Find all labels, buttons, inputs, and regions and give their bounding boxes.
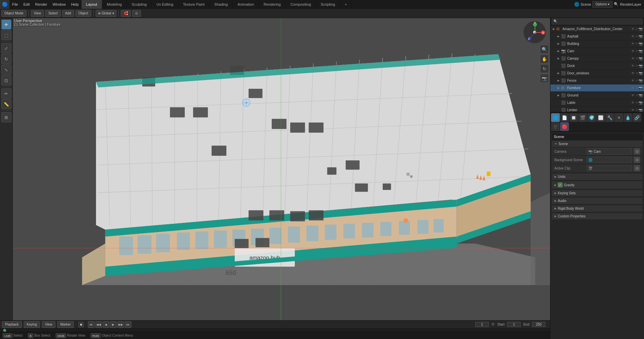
- scene-section-header[interactable]: ▼ Scene: [552, 141, 643, 147]
- tab-texture-paint[interactable]: Texture Paint: [178, 0, 210, 9]
- cursor-tool[interactable]: ✛: [1, 19, 11, 29]
- outliner-item-visibility[interactable]: 👁: [631, 101, 635, 105]
- outliner-item-triangle[interactable]: ▶: [556, 42, 560, 45]
- outliner-item-visibility[interactable]: 👁: [631, 35, 635, 38]
- main-viewport[interactable]: amazon hub 650: [13, 18, 550, 320]
- outliner-item-viewport[interactable]: ↗: [635, 64, 638, 68]
- prev-frame-btn[interactable]: ◀: [103, 321, 109, 328]
- rotate-tool[interactable]: ↻: [1, 54, 11, 64]
- props-output-icon[interactable]: 📄: [560, 113, 569, 122]
- end-frame-field[interactable]: [532, 322, 545, 327]
- outliner-item-render[interactable]: 📷: [639, 108, 643, 112]
- outliner-item-limiter[interactable]: ⬛ Limiter 👁 ↗ 📷: [550, 107, 644, 112]
- props-constraints-icon[interactable]: 🔗: [633, 113, 641, 122]
- tab-scripting[interactable]: Scripting: [316, 0, 340, 9]
- viewport-zoom-tool[interactable]: 🔍: [540, 45, 549, 54]
- menu-render[interactable]: Render: [33, 0, 50, 9]
- select-box-tool[interactable]: ⬚: [1, 30, 11, 40]
- viewport-pan-tool[interactable]: ✋: [540, 55, 549, 63]
- outliner-item-viewport[interactable]: ↗: [635, 49, 638, 53]
- search-icon[interactable]: 🔍: [614, 2, 619, 6]
- background-scene-btn[interactable]: ⊙: [634, 157, 640, 163]
- outliner-item-visibility[interactable]: 👁: [631, 42, 635, 46]
- outliner-item-viewport[interactable]: ↗: [635, 93, 638, 97]
- custom-props-section-header[interactable]: ▶ Custom Properties: [552, 213, 643, 219]
- outliner-item-render[interactable]: 📷: [639, 79, 643, 82]
- tab-shading[interactable]: Shading: [210, 0, 233, 9]
- outliner-item-render[interactable]: 📷: [639, 64, 643, 68]
- units-section-header[interactable]: ▶ Units: [552, 174, 643, 180]
- tab-sculpting[interactable]: Sculpting: [127, 0, 152, 9]
- outliner-item-triangle[interactable]: ▶: [556, 35, 560, 38]
- props-physics-icon[interactable]: 💧: [624, 113, 632, 122]
- outliner-item-viewport[interactable]: ↗: [635, 101, 638, 105]
- outliner-item-viewport[interactable]: ↗: [635, 86, 638, 90]
- outliner-item-door-windows[interactable]: ▶ ⬛ Door_windows 👁 ↗ 📷: [550, 70, 644, 77]
- outliner-item-triangle[interactable]: ▶: [556, 86, 560, 89]
- viewport-camera-tool[interactable]: 📷: [540, 74, 549, 83]
- menu-window[interactable]: Window: [50, 0, 68, 9]
- menu-file[interactable]: File: [9, 0, 21, 9]
- outliner-item-render[interactable]: 📷: [639, 35, 643, 38]
- tab-animation[interactable]: Animation: [233, 0, 259, 9]
- mode-selector[interactable]: Object Mode: [1, 10, 26, 17]
- camera-picker-btn[interactable]: ⊙: [634, 148, 640, 154]
- props-material-icon[interactable]: 🔴: [560, 122, 569, 131]
- outliner-item-asphalt[interactable]: ▶ ⬛ Asphalt 👁 ↗ 📷: [550, 33, 644, 40]
- outliner-item-dock[interactable]: ⬛ Dock 👁 ↗ 📷: [550, 62, 644, 70]
- active-clip-field[interactable]: 🎬: [587, 165, 632, 171]
- outliner-item-furniture[interactable]: ▶ ⊟ Furniture 👁 ↗ 📷: [550, 84, 644, 92]
- measure-tool[interactable]: 📏: [1, 99, 11, 109]
- outliner-item-lable[interactable]: ⬛ Lable 👁 ↗ 📷: [550, 99, 644, 107]
- outliner-item-render[interactable]: 📷: [639, 49, 643, 53]
- outliner-item-visibility[interactable]: 👁: [631, 64, 635, 68]
- outliner-item-triangle[interactable]: ▶: [556, 50, 560, 53]
- scale-tool[interactable]: ⤡: [1, 65, 11, 75]
- menu-help[interactable]: Help: [68, 0, 82, 9]
- props-render-icon[interactable]: 🌐: [551, 113, 560, 122]
- outliner-item-triangle[interactable]: ▶: [556, 79, 560, 82]
- tab-uv-editing[interactable]: Uv Editing: [152, 0, 178, 9]
- outliner-item-viewport[interactable]: ↗: [635, 57, 638, 60]
- options-button[interactable]: Options ▾: [592, 1, 612, 8]
- tab-rendering[interactable]: Rendering: [259, 0, 286, 9]
- outliner-item-viewport[interactable]: ↗: [635, 27, 638, 31]
- outliner-item-ground[interactable]: ▶ ⬛ Ground 👁 ↗ 📷: [550, 92, 644, 99]
- camera-value-field[interactable]: 📷 Cam: [587, 148, 632, 154]
- object-menu[interactable]: Object: [75, 10, 91, 17]
- view-menu[interactable]: View: [31, 10, 44, 17]
- select-menu[interactable]: Select: [45, 10, 61, 17]
- props-particles-icon[interactable]: ⁕: [614, 113, 623, 122]
- outliner-item-triangle[interactable]: ▶: [552, 27, 556, 30]
- active-clip-btn[interactable]: ⊙: [634, 165, 640, 171]
- outliner-item-cam[interactable]: ▶ 📷 Cam 👁 ↗ 📷: [550, 48, 644, 55]
- play-btn[interactable]: ▶: [110, 321, 117, 328]
- outliner-item-viewport[interactable]: ↗: [635, 108, 638, 112]
- viewport-orbit-tool[interactable]: ↻: [540, 64, 549, 73]
- props-world-icon[interactable]: 🌍: [587, 113, 596, 122]
- outliner-item-triangle[interactable]: ▶: [556, 72, 560, 75]
- background-scene-field[interactable]: 🌐: [587, 157, 632, 163]
- timeline-record-btn[interactable]: ⏺: [78, 322, 84, 327]
- audio-section-header[interactable]: ▶ Audio: [552, 198, 643, 204]
- outliner-item-canopy[interactable]: ▶ ⬛ Canopy 👁 ↗ 📷: [550, 55, 644, 62]
- transform-tool[interactable]: ⊡: [1, 75, 11, 85]
- move-tool[interactable]: ⤢: [1, 43, 11, 53]
- outliner-item-visibility[interactable]: 👁: [631, 86, 635, 90]
- proportional-edit[interactable]: ⊙: [132, 10, 141, 17]
- start-frame-field[interactable]: [507, 322, 521, 327]
- transform-space-selector[interactable]: ⊕ Global ▾: [96, 10, 116, 17]
- keying-sets-section-header[interactable]: ▶ Keying Sets: [552, 190, 643, 196]
- outliner-item-render[interactable]: 📷: [639, 101, 643, 105]
- view-dropdown[interactable]: View: [42, 321, 55, 328]
- props-object-icon[interactable]: ⬜: [596, 113, 605, 122]
- props-modifier-icon[interactable]: 🔧: [605, 113, 614, 122]
- jump-end-btn[interactable]: ⏭: [125, 321, 131, 328]
- outliner-item-fence[interactable]: ▶ ⬛ Fence 👁 ↗ 📷: [550, 77, 644, 84]
- outliner-item-triangle[interactable]: ▶: [556, 57, 560, 60]
- tab-compositing[interactable]: Compositing: [286, 0, 316, 9]
- outliner-item-render[interactable]: 📷: [639, 42, 643, 46]
- outliner-item-visibility[interactable]: 👁: [631, 93, 635, 97]
- outliner-item-render[interactable]: 📷: [639, 27, 643, 31]
- keying-dropdown[interactable]: Keying: [24, 321, 40, 328]
